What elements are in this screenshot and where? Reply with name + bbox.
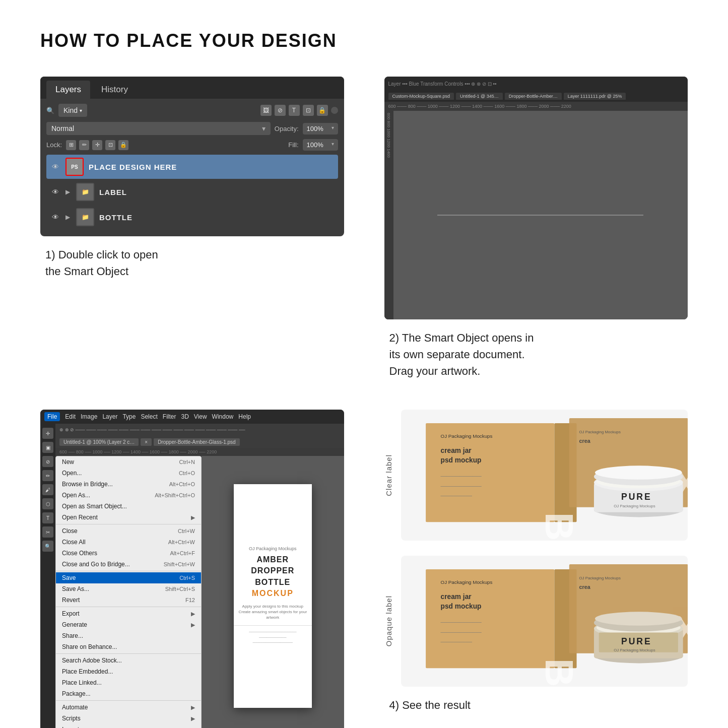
- layer-eye-1[interactable]: 👁: [50, 162, 60, 172]
- filter-icon-image[interactable]: 🖼: [260, 105, 272, 116]
- menu-view[interactable]: View: [194, 413, 207, 420]
- layer-eye-2[interactable]: 👁: [50, 187, 60, 197]
- lock-icon-5[interactable]: 🔒: [118, 140, 128, 150]
- product-row-opaque: Opaque label OJ Packaging Mockups cream …: [384, 556, 688, 687]
- menu-place-linked[interactable]: Place Linked...: [56, 677, 201, 688]
- layer-name-1: PLACE DESIGN HERE: [89, 163, 177, 171]
- menu-package[interactable]: Package...: [56, 688, 201, 699]
- tool-6[interactable]: ⬡: [42, 498, 53, 509]
- menu-automate[interactable]: Automate▶: [56, 702, 201, 713]
- menu-import[interactable]: Import: [56, 724, 201, 728]
- layer-bottle[interactable]: 👁 ▶ 📁 BOTTLE: [46, 205, 338, 229]
- blend-mode-select[interactable]: Normal ▾: [46, 122, 271, 135]
- product-image-opaque: OJ Packaging Mockups cream jar psd mocku…: [401, 556, 688, 687]
- doc-tab-2[interactable]: ×: [141, 438, 152, 446]
- preview-sub: MOCKUP: [234, 588, 312, 599]
- svg-text:PURE: PURE: [621, 492, 651, 502]
- filter-icon-lock[interactable]: 🔒: [317, 105, 328, 116]
- filter-icon-type[interactable]: T: [289, 105, 300, 116]
- tool-7[interactable]: T: [42, 512, 53, 523]
- canvas-tab-2[interactable]: Untitled-1 @ 345…: [456, 93, 503, 100]
- layer-thumb-label: 📁: [76, 183, 94, 201]
- file-dropdown-menu: NewCtrl+N Open...Ctrl+O Browse in Bridge…: [55, 456, 202, 728]
- canvas-tab-3[interactable]: Dropper-Bottle-Amber…: [505, 93, 562, 100]
- menu-new[interactable]: NewCtrl+N: [56, 456, 201, 468]
- lock-icon-4[interactable]: ⊡: [105, 140, 115, 150]
- filter-icon-circle[interactable]: ⊘: [275, 105, 286, 116]
- preview-title-3: BOTTLE: [234, 577, 312, 588]
- step2-caption: 2) The Smart Object opens in its own sep…: [384, 329, 688, 379]
- svg-text:─────────────: ─────────────: [440, 620, 482, 625]
- svg-text:crea: crea: [579, 584, 590, 590]
- menu-close-all[interactable]: Close AllAlt+Ctrl+W: [56, 537, 201, 548]
- menu-help[interactable]: Help: [238, 413, 251, 420]
- tool-4[interactable]: ✏: [42, 470, 53, 481]
- document-tabs: Untitled-1 @ 100% (Layer 2 c… × Dropper-…: [55, 436, 344, 448]
- menu-close-others[interactable]: Close OthersAlt+Ctrl+F: [56, 548, 201, 559]
- step4-cell: Clear label OJ Packaging Mockups cream j…: [384, 410, 688, 728]
- menu-filter[interactable]: Filter: [163, 413, 176, 420]
- menu-browse[interactable]: Browse in Bridge...Alt+Ctrl+O: [56, 479, 201, 490]
- file-main: ⊕ ⊗ ⊘ ─── ─── ─── ─── ─── ─── ─── ─── ──…: [55, 424, 344, 728]
- menu-3d[interactable]: 3D: [181, 413, 188, 420]
- menu-revert[interactable]: RevertF12: [56, 594, 201, 606]
- lock-icon-1[interactable]: ⊞: [66, 140, 76, 150]
- lock-icon-3[interactable]: ✛: [92, 140, 102, 150]
- menu-type[interactable]: Type: [122, 413, 136, 420]
- label-opaque: Opaque label: [384, 595, 393, 646]
- tools-sidebar: ✛ ▣ ⊘ ✏ 🖌 ⬡ T ✂ 🔍: [40, 424, 55, 728]
- svg-text:PURE: PURE: [621, 636, 651, 646]
- kind-select[interactable]: Kind ▾: [58, 104, 87, 117]
- menu-adobe-stock[interactable]: Search Adobe Stock...: [56, 655, 201, 666]
- menu-place-embedded[interactable]: Place Embedded...: [56, 666, 201, 677]
- svg-text:─────────────: ─────────────: [440, 630, 482, 635]
- layer-arrow-3: ▶: [65, 214, 70, 221]
- tool-8[interactable]: ✂: [42, 526, 53, 538]
- menu-layer[interactable]: Layer: [102, 413, 117, 420]
- canvas-tab-4[interactable]: Layer 1111111.pdr @ 25%: [564, 93, 626, 100]
- menu-select[interactable]: Select: [141, 413, 157, 420]
- canvas-tab-1[interactable]: Custom-Mockup-Square.psd: [388, 93, 454, 100]
- layer-thumb-bottle: 📁: [76, 208, 94, 226]
- menu-open-smart[interactable]: Open as Smart Object...: [56, 501, 201, 512]
- menu-behance[interactable]: Share on Behance...: [56, 641, 201, 652]
- layer-label[interactable]: 👁 ▶ 📁 LABEL: [46, 180, 338, 204]
- menu-save[interactable]: SaveCtrl+S: [56, 572, 201, 583]
- filter-icon-crop[interactable]: ⊡: [303, 105, 314, 116]
- menu-save-as[interactable]: Save As...Shift+Ctrl+S: [56, 583, 201, 594]
- main-and-dropdown: NewCtrl+N Open...Ctrl+O Browse in Bridge…: [55, 456, 344, 728]
- ruler-left: 600 800 1000 1200 1400: [384, 111, 393, 319]
- menu-window[interactable]: Window: [212, 413, 234, 420]
- lock-icon-2[interactable]: ✏: [79, 140, 89, 150]
- lock-fill-row: Lock: ⊞ ✏ ✛ ⊡ 🔒 Fill: 100% ▾: [46, 139, 338, 151]
- menu-scripts[interactable]: Scripts▶: [56, 713, 201, 724]
- menu-open-as[interactable]: Open As...Alt+Shift+Ctrl+O: [56, 490, 201, 501]
- menu-file[interactable]: File: [44, 412, 60, 421]
- tab-layers[interactable]: Layers: [46, 81, 90, 99]
- tool-3[interactable]: ⊘: [42, 456, 53, 467]
- filter-icon-dot: [331, 107, 338, 114]
- menu-recent[interactable]: Open Recent▶: [56, 512, 201, 523]
- svg-text:OJ Packaging Mockups: OJ Packaging Mockups: [579, 430, 620, 434]
- preview-text: OJ Packaging Mockups AMBER DROPPER BOTTL…: [234, 546, 312, 645]
- menu-close-bridge[interactable]: Close and Go to Bridge...Shift+Ctrl+W: [56, 559, 201, 570]
- tool-9[interactable]: 🔍: [42, 541, 53, 552]
- tool-5[interactable]: 🖌: [42, 484, 53, 495]
- layer-thumb-smart: PS: [65, 158, 84, 176]
- tab-history[interactable]: History: [92, 81, 137, 99]
- menu-image[interactable]: Image: [81, 413, 97, 420]
- menu-close[interactable]: CloseCtrl+W: [56, 525, 201, 537]
- menu-export[interactable]: Export▶: [56, 608, 201, 619]
- menu-edit[interactable]: Edit: [65, 413, 76, 420]
- doc-tab-1[interactable]: Untitled-1 @ 100% (Layer 2 c…: [59, 438, 139, 446]
- doc-tab-3[interactable]: Dropper-Bottle-Amber-Glass-1.psd: [154, 438, 240, 446]
- menu-open[interactable]: Open...Ctrl+O: [56, 468, 201, 479]
- canvas-preview-area: OJ Packaging Mockups AMBER DROPPER BOTTL…: [202, 456, 344, 728]
- menu-generate[interactable]: Generate▶: [56, 619, 201, 630]
- layer-eye-3[interactable]: 👁: [50, 212, 60, 222]
- svg-point-21: [594, 466, 682, 479]
- menu-share[interactable]: Share...: [56, 630, 201, 641]
- tool-1[interactable]: ✛: [42, 428, 53, 439]
- layer-place-design[interactable]: 👁 PS PLACE DESIGN HERE: [46, 155, 338, 179]
- tool-2[interactable]: ▣: [42, 442, 53, 453]
